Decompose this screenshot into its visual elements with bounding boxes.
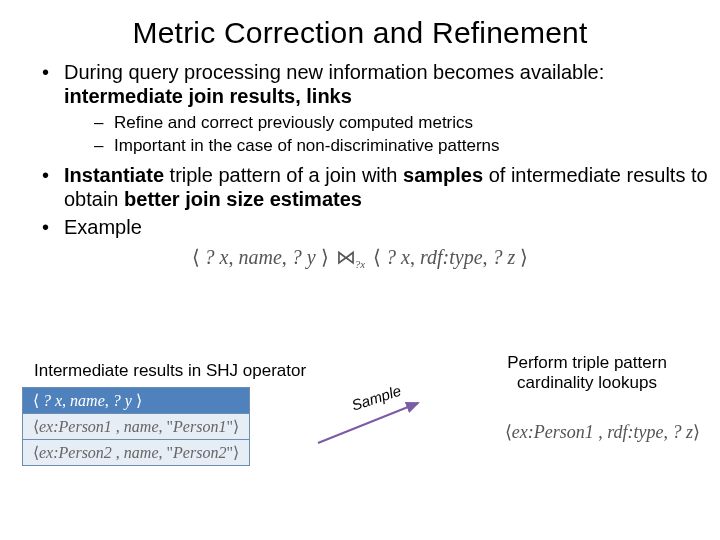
right-math-expr: ⟨ex:Person1 , rdf:type, ? z⟩ [505,422,700,442]
table-row: ⟨ex:Person2 , name, "Person2"⟩ [23,440,249,465]
bullet-2: Instantiate triple pattern of a join wit… [42,163,720,211]
sub-1: Refine and correct previously computed m… [94,112,720,133]
center-math: ⟨ ? x, name, ? y ⟩ ⋈?x ⟨ ? x, rdf:type, … [0,245,720,269]
right-math: ⟨ex:Person1 , rdf:type, ? z⟩ [505,421,700,443]
bullet-1: During query processing new information … [42,60,720,157]
table-row-1-math: ⟨ex:Person1 , name, "Person1"⟩ [33,418,239,435]
bottom-area: Intermediate results in SHJ operator Per… [0,361,720,540]
results-table: ⟨ ? x, name, ? y ⟩ ⟨ex:Person1 , name, "… [22,387,250,466]
page-title: Metric Correction and Refinement [0,16,720,50]
table-row: ⟨ex:Person1 , name, "Person1"⟩ [23,414,249,440]
bullet-2-bold-e: better join size estimates [124,188,362,210]
bullet-3: Example [42,215,720,239]
bullet-1-bold: intermediate join results, links [64,85,352,107]
bullet-list: During query processing new information … [42,60,720,239]
sample-arrow: Sample [310,391,430,451]
bullet-1-text: During query processing new information … [64,61,604,83]
sub-2: Important in the case of non-discriminat… [94,135,720,156]
sub-list-1: Refine and correct previously computed m… [94,112,720,157]
bullet-2-text-b: triple pattern of a join with [164,164,403,186]
table-row-2-math: ⟨ex:Person2 , name, "Person2"⟩ [33,444,239,461]
bullet-2-bold-a: Instantiate [64,164,164,186]
table-header-math: ⟨ ? x, name, ? y ⟩ [33,392,142,409]
bullet-2-bold-c: samples [403,164,483,186]
center-math-expr: ⟨ ? x, name, ? y ⟩ ⋈?x ⟨ ? x, rdf:type, … [192,246,529,268]
perform-caption: Perform triple pattern cardinality looku… [482,353,692,392]
shj-caption: Intermediate results in SHJ operator [34,361,306,381]
table-header: ⟨ ? x, name, ? y ⟩ [23,388,249,414]
slide: Metric Correction and Refinement During … [0,16,720,540]
